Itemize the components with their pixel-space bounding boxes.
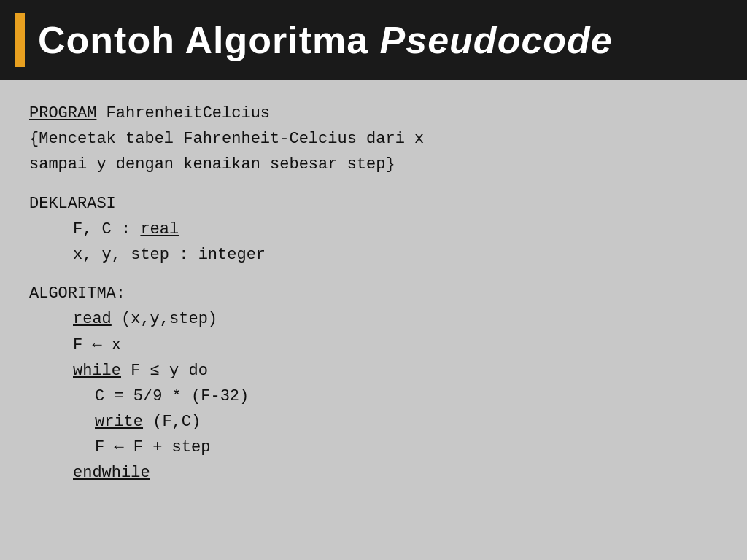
line-comment2: sampai y dengan kenaikan sebesar step} xyxy=(29,152,718,177)
line-endwhile: endwhile xyxy=(29,460,718,486)
line-program: PROGRAM FahrenheitCelcius xyxy=(29,101,718,126)
slide-title: Contoh Algoritma Pseudocode xyxy=(38,18,613,62)
spacer-1 xyxy=(29,178,718,191)
keyword-program: PROGRAM xyxy=(29,104,96,122)
keyword-while: while xyxy=(73,362,121,380)
code-block: PROGRAM FahrenheitCelcius {Mencetak tabe… xyxy=(29,101,718,486)
write-args: (F,C) xyxy=(143,413,201,431)
line-f-increment: F ← F + step xyxy=(29,435,718,460)
line-read: read (x,y,step) xyxy=(29,306,718,332)
slide-container: Contoh Algoritma Pseudocode PROGRAM Fahr… xyxy=(0,0,747,560)
line-decl-fc: F, C : real xyxy=(29,217,718,242)
line-while: while F ≤ y do xyxy=(29,358,718,384)
slide-header: Contoh Algoritma Pseudocode xyxy=(0,0,747,80)
header-accent-bar xyxy=(15,13,25,67)
keyword-read: read xyxy=(73,310,112,328)
line-comment1: {Mencetak tabel Fahrenheit-Celcius dari … xyxy=(29,126,718,152)
program-name: FahrenheitCelcius xyxy=(96,104,270,122)
title-normal: Contoh Algoritma xyxy=(38,19,380,61)
line-algoritma: ALGORITMA: xyxy=(29,281,718,306)
decl-fc-text: F, C : xyxy=(73,220,140,238)
line-decl-xystep: x, y, step : integer xyxy=(29,242,718,268)
while-condition: F ≤ y do xyxy=(121,362,208,380)
keyword-endwhile: endwhile xyxy=(73,464,150,482)
line-calc-c: C = 5/9 * (F-32) xyxy=(29,384,718,409)
read-args: (x,y,step) xyxy=(112,310,217,328)
line-deklarasi: DEKLARASI xyxy=(29,191,718,217)
line-f-assign: F ← x xyxy=(29,332,718,358)
spacer-2 xyxy=(29,268,718,281)
title-italic: Pseudocode xyxy=(380,19,613,61)
slide-content: PROGRAM FahrenheitCelcius {Mencetak tabe… xyxy=(0,80,747,560)
line-write: write (F,C) xyxy=(29,409,718,435)
keyword-write: write xyxy=(95,413,143,431)
keyword-real: real xyxy=(140,220,179,238)
